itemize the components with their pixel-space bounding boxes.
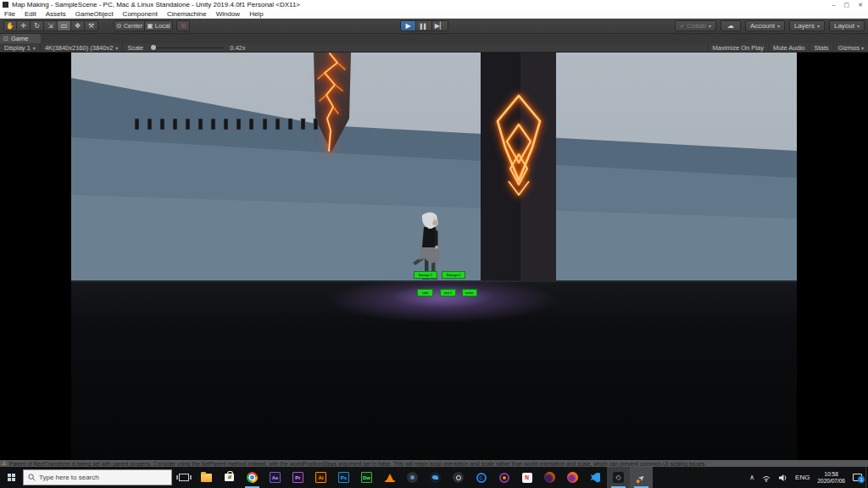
dreamweaver-icon: Dw bbox=[361, 472, 372, 483]
game-button-damage-1[interactable]: Damage 1 bbox=[414, 271, 437, 279]
twitter-button[interactable] bbox=[424, 467, 447, 488]
mute-audio-button[interactable]: Mute Audio bbox=[768, 43, 810, 53]
after-effects-button[interactable]: Ae bbox=[264, 467, 287, 488]
pause-button[interactable]: ▌▌ bbox=[416, 20, 432, 31]
tab-game[interactable]: ⊡ Game bbox=[0, 34, 41, 43]
firefox-button[interactable] bbox=[561, 467, 584, 488]
action-center-button[interactable]: 1 bbox=[849, 467, 865, 488]
illustrator-icon: Ai bbox=[315, 472, 326, 483]
account-dropdown[interactable]: Account ▾ bbox=[745, 20, 785, 31]
scale-value: 0.42x bbox=[230, 44, 245, 52]
unity-taskbar-button[interactable]: ◇ bbox=[607, 467, 630, 488]
firefox-icon bbox=[567, 472, 578, 483]
collab-dropdown[interactable]: ✔ Collab ▾ bbox=[675, 20, 716, 31]
minimize-button[interactable]: – bbox=[832, 2, 836, 8]
menu-cinemachine[interactable]: Cinemachine bbox=[167, 10, 207, 18]
notification-badge: 1 bbox=[858, 476, 865, 483]
game-button-test[interactable]: test 1 bbox=[440, 289, 456, 297]
menu-bar: File Edit Assets GameObject Component Ci… bbox=[0, 9, 868, 19]
move-tool-button[interactable]: ✛ bbox=[17, 20, 31, 31]
obs-aperture-icon bbox=[453, 472, 464, 483]
custom-tool-button[interactable]: ⚒ bbox=[85, 20, 98, 31]
maximize-on-play-button[interactable]: Maximize On Play bbox=[708, 43, 768, 53]
premiere-button[interactable]: Pr bbox=[287, 467, 309, 488]
obs-button[interactable] bbox=[447, 467, 470, 488]
menu-component[interactable]: Component bbox=[123, 10, 158, 18]
rect-tool-button[interactable]: ▭ bbox=[58, 20, 71, 31]
language-indicator[interactable]: ENG bbox=[792, 467, 813, 488]
main-toolbar: ✋ ✛ ↻ ⇲ ▭ ✥ ⚒ ⊙ Center ▣ Local ⊞ ▶ ▌▌ ▶▏ bbox=[0, 19, 868, 34]
start-button[interactable] bbox=[0, 467, 23, 488]
notification-icon: 1 bbox=[853, 474, 862, 481]
file-explorer-button[interactable] bbox=[195, 467, 218, 488]
chrome-icon bbox=[247, 472, 258, 483]
c-ring-icon: C bbox=[476, 473, 487, 483]
menu-gameobject[interactable]: GameObject bbox=[75, 10, 114, 18]
game-viewport: Damage 1 Damage 2 start test 1 revive bbox=[0, 53, 868, 460]
search-input[interactable] bbox=[39, 474, 158, 481]
transform-tool-button[interactable]: ✥ bbox=[71, 20, 85, 31]
gizmos-dropdown[interactable]: Gizmos ▾ bbox=[833, 43, 868, 53]
resolution-dropdown[interactable]: 4K(3840x2160) (3840x2 ▾ bbox=[41, 43, 124, 53]
taskbar-search[interactable] bbox=[23, 469, 172, 485]
scale-slider-knob[interactable] bbox=[151, 45, 156, 50]
play-icon: ▶ bbox=[405, 22, 410, 30]
store-bag-icon bbox=[225, 474, 234, 481]
pivot-local-label: Local bbox=[155, 22, 170, 30]
tray-date: 2020/07/06 bbox=[817, 478, 845, 485]
nfs-app-button[interactable]: N bbox=[515, 467, 538, 488]
menu-file[interactable]: File bbox=[4, 10, 15, 18]
menu-assets[interactable]: Assets bbox=[46, 10, 66, 18]
clock[interactable]: 10:58 2020/07/06 bbox=[813, 471, 849, 485]
wifi-icon[interactable] bbox=[758, 467, 775, 488]
recorder-app-button[interactable] bbox=[492, 467, 515, 488]
stats-button[interactable]: Stats bbox=[809, 43, 832, 53]
status-bar[interactable]: ⚠ Parent of RectTransform is being set w… bbox=[0, 460, 868, 467]
pause-icon: ▌▌ bbox=[420, 24, 428, 29]
close-button[interactable]: ✕ bbox=[858, 2, 863, 8]
step-button[interactable]: ▶▏ bbox=[432, 20, 448, 31]
scale-tool-button[interactable]: ⇲ bbox=[44, 20, 58, 31]
grid-snap-icon: ⊞ bbox=[181, 22, 186, 30]
pivot-local-button[interactable]: ▣ Local bbox=[145, 20, 173, 31]
maximize-button[interactable]: ▢ bbox=[844, 2, 850, 8]
vscode-icon bbox=[591, 473, 600, 483]
menu-window[interactable]: Window bbox=[216, 10, 240, 18]
task-view-button[interactable] bbox=[172, 467, 195, 488]
scale-slider[interactable] bbox=[149, 47, 224, 48]
hand-tool-button[interactable]: ✋ bbox=[3, 20, 17, 31]
game-tab-label: Game bbox=[11, 35, 28, 42]
pivot-center-button[interactable]: ⊙ Center bbox=[114, 20, 145, 31]
folder-icon bbox=[201, 474, 212, 482]
dreamweaver-button[interactable]: Dw bbox=[355, 467, 378, 488]
vlc-button[interactable] bbox=[378, 467, 401, 488]
game-button-start[interactable]: start bbox=[417, 289, 433, 297]
grid-snap-button[interactable]: ⊞ bbox=[176, 20, 190, 31]
microsoft-store-button[interactable] bbox=[218, 467, 241, 488]
after-effects-icon: Ae bbox=[270, 472, 281, 483]
layers-dropdown[interactable]: Layers ▾ bbox=[789, 20, 825, 31]
vscode-button[interactable] bbox=[584, 467, 607, 488]
speaker-icon[interactable] bbox=[775, 467, 792, 488]
account-label: Account bbox=[750, 22, 775, 30]
firefox-dev-button[interactable] bbox=[538, 467, 561, 488]
c-ring-app-button[interactable]: C bbox=[470, 467, 492, 488]
game-button-damage-2[interactable]: Damage 2 bbox=[442, 271, 465, 279]
illustrator-button[interactable]: Ai bbox=[309, 467, 332, 488]
chrome-button[interactable] bbox=[241, 467, 264, 488]
webcam-app-button[interactable] bbox=[401, 467, 424, 488]
play-button[interactable]: ▶ bbox=[400, 20, 416, 31]
game-button-revive[interactable]: revive bbox=[462, 289, 477, 297]
cloud-button[interactable]: ☁ bbox=[721, 20, 741, 31]
wrench-icon: ⚒ bbox=[88, 22, 94, 30]
display-dropdown[interactable]: Display 1 ▾ bbox=[0, 43, 41, 53]
game-app-button[interactable]: ➤ bbox=[630, 467, 653, 488]
game-scene: Damage 1 Damage 2 start test 1 revive bbox=[71, 53, 797, 460]
task-view-icon bbox=[179, 474, 189, 481]
layout-dropdown[interactable]: Layout ▾ bbox=[829, 20, 865, 31]
rotate-tool-button[interactable]: ↻ bbox=[31, 20, 44, 31]
menu-help[interactable]: Help bbox=[249, 10, 263, 18]
photoshop-button[interactable]: Ps bbox=[332, 467, 355, 488]
tray-chevron[interactable]: ∧ bbox=[746, 467, 758, 488]
menu-edit[interactable]: Edit bbox=[25, 10, 36, 18]
